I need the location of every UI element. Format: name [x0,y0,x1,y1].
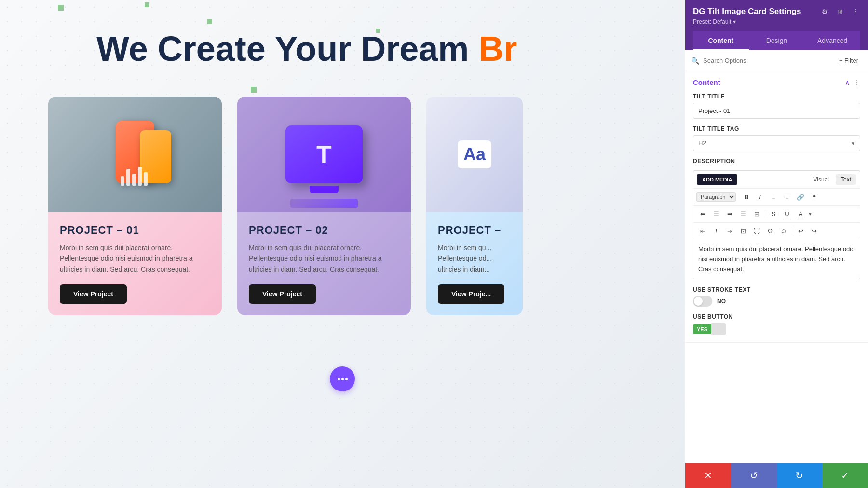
description-field: Description ADD MEDIA Visual Text [685,158,868,286]
card-3-view-btn[interactable]: View Proje... [438,284,504,304]
section-controls: ∧ ⋮ [845,79,860,86]
settings-icon[interactable]: ⚙ [820,7,829,16]
panel-tabs: Content Design Advanced [693,31,860,50]
strike-btn[interactable]: S [767,208,780,220]
card-1-view-btn[interactable]: View Project [60,284,127,304]
visual-text-tabs: Visual Text [809,174,856,185]
bold-btn[interactable]: B [740,191,753,203]
tab-text[interactable]: Text [836,174,856,185]
card-3-body: PROJECT – Morbi in sem qu... Pellentesqu… [426,212,523,315]
table-btn[interactable]: ⊞ [750,208,763,220]
card-1-image [48,97,222,212]
indent-left-btn[interactable]: ⇤ [696,224,709,237]
tilt-title-tag-label: Tilt Title Tag [693,125,860,132]
quote-btn[interactable]: ❝ [808,191,820,203]
description-field-header: Description [693,158,860,167]
use-button-field: Use Button YES [685,313,868,342]
indent-right-btn[interactable]: ⇥ [723,224,736,237]
save-button[interactable]: ✓ [822,463,868,488]
use-button-toggle[interactable]: YES [693,323,727,335]
align-left-btn[interactable]: ⬅ [696,208,709,220]
card-3-title: PROJECT – [438,224,511,237]
use-stroke-text-field: Use Stroke Text NO [685,286,868,313]
undo-button[interactable]: ↺ [731,463,777,488]
more-icon[interactable]: ⋮ [851,7,860,16]
card-1: PROJECT – 01 Morbi in sem quis dui place… [48,97,222,315]
card-3: Aa PROJECT – Morbi in sem qu... Pellente… [426,97,523,315]
search-icon: 🔍 [691,57,699,65]
description-label: Description [693,158,735,165]
toolbar-top-row: ADD MEDIA Visual Text [693,171,860,189]
search-input[interactable] [703,57,831,64]
ul-btn[interactable]: ≡ [767,191,780,203]
toolbar-row-2: ⬅ ☰ ➡ ☰ ⊞ S U A ▼ [693,206,860,223]
section-menu-icon[interactable]: ⋮ [854,79,860,86]
card-2-body: PROJECT – 02 Morbi in sem quis dui place… [237,212,411,315]
toolbar-row-1: Paragraph Heading 1 Heading 2 B I ≡ ≡ 🔗 … [693,189,860,206]
description-toolbar: ADD MEDIA Visual Text Paragraph Heading … [693,170,860,279]
canvas-area: We Create Your Dream Br [0,0,685,488]
card-1-title: PROJECT – 01 [60,224,210,237]
card-2-description: Morbi in sem quis dui placerat ornare. P… [249,242,399,275]
keyboard-graphic [290,199,358,208]
paragraph-select[interactable]: Paragraph Heading 1 Heading 2 [696,192,736,202]
fullscreen-btn[interactable]: ⛶ [750,224,763,237]
t-format-btn[interactable]: T [710,224,722,237]
content-section-header: Content ∧ ⋮ [685,71,868,93]
use-button-toggle-row: YES [693,323,860,335]
card-2: T PROJECT – 02 Morbi in sem quis dui pla… [237,97,411,315]
tab-content[interactable]: Content [693,31,749,50]
tilt-title-input[interactable] [693,103,860,119]
panel-body: 🔍 + Filter Content ∧ ⋮ Tilt Title Tilt T… [685,50,868,463]
cancel-button[interactable]: ✕ [685,463,731,488]
justify-btn[interactable]: ☰ [737,208,749,220]
align-center-btn[interactable]: ☰ [710,208,722,220]
tab-advanced[interactable]: Advanced [804,31,860,50]
card-2-view-btn[interactable]: View Project [249,284,316,304]
search-bar: 🔍 + Filter [685,50,868,71]
underline-btn[interactable]: U [781,208,793,220]
cards-container: PROJECT – 01 Morbi in sem quis dui place… [48,97,685,315]
undo-btn[interactable]: ↩ [794,224,807,237]
tilt-title-tag-field: Tilt Title Tag H2 H1 H3 H4 H5 H6 p span [685,125,868,158]
redo-button[interactable]: ↻ [777,463,823,488]
fab-button[interactable] [330,366,355,391]
use-button-knob [711,323,726,335]
ol-btn[interactable]: ≡ [781,191,793,203]
link-btn[interactable]: 🔗 [794,191,807,203]
description-content[interactable]: Morbi in sem quis dui placerat ornare. P… [693,239,860,279]
design-letter-a: Aa [458,140,491,168]
filter-button[interactable]: + Filter [835,55,862,66]
format-btn[interactable]: ⊡ [737,224,749,237]
toolbar-row-3: ⇤ T ⇥ ⊡ ⛶ Ω ☺ ↩ ↪ [693,223,860,239]
tab-design[interactable]: Design [749,31,805,50]
card-2-image: T [237,97,411,212]
tilt-title-field: Tilt Title [685,93,868,125]
card-3-image: Aa [426,97,523,212]
stroke-text-value: NO [717,298,726,305]
content-section-title: Content [693,78,720,86]
section-chevron-up[interactable]: ∧ [845,79,850,86]
panel-title: DG Tilt Image Card Settings [693,7,801,16]
panel-header: DG Tilt Image Card Settings ⚙ ⊞ ⋮ Preset… [685,0,868,50]
emoji-btn[interactable]: ☺ [777,224,790,237]
grid-icon[interactable]: ⊞ [835,7,845,16]
panel-title-row: DG Tilt Image Card Settings ⚙ ⊞ ⋮ [693,7,860,16]
tilt-title-tag-select[interactable]: H2 H1 H3 H4 H5 H6 p span [693,135,860,151]
redo-btn[interactable]: ↪ [808,224,820,237]
preset-label[interactable]: Preset: Default ▾ [693,18,860,25]
color-btn[interactable]: A [794,208,807,220]
align-right-btn[interactable]: ➡ [723,208,736,220]
card-3-description: Morbi in sem qu... Pellentesque od... ul… [438,242,511,275]
use-stroke-text-label: Use Stroke Text [693,286,860,293]
use-button-yes-label: YES [693,324,711,334]
card-2-title: PROJECT – 02 [249,224,399,237]
tab-visual[interactable]: Visual [809,174,834,185]
card-1-description: Morbi in sem quis dui placerat ornare. P… [60,242,210,275]
italic-btn[interactable]: I [754,191,766,203]
tilt-title-tag-wrapper: H2 H1 H3 H4 H5 H6 p span [693,135,860,151]
add-media-button[interactable]: ADD MEDIA [697,174,737,185]
monitor-graphic: T [285,125,363,183]
stroke-text-toggle[interactable] [693,296,712,307]
omega-btn[interactable]: Ω [764,224,776,237]
